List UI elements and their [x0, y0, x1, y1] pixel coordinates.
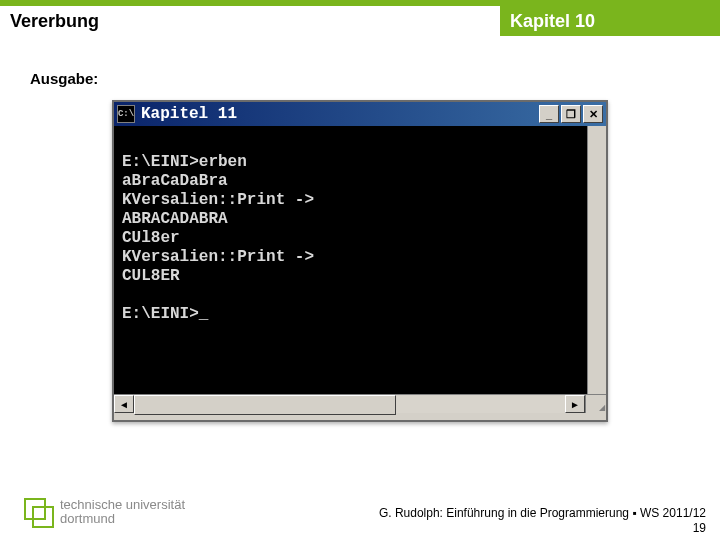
- console-window: C:\ Kapitel 11 _ ❐ ✕ E:\EINI>erben aBraC…: [112, 100, 608, 422]
- tu-logo-mark-icon: [24, 498, 52, 526]
- console-line: CUl8er: [122, 229, 180, 247]
- page-number: 19: [379, 521, 706, 536]
- cmd-icon: C:\: [117, 105, 135, 123]
- header-chapter: Kapitel 10: [500, 6, 720, 36]
- window-title: Kapitel 11: [141, 105, 537, 123]
- slide-footer: technische universität dortmund G. Rudol…: [0, 484, 720, 540]
- console-line: ABRACADABRA: [122, 210, 228, 228]
- console-prompt: E:\EINI>_: [122, 305, 208, 323]
- maximize-button[interactable]: ❐: [561, 105, 581, 123]
- scroll-right-button[interactable]: ►: [565, 395, 585, 413]
- output-label: Ausgabe:: [30, 70, 98, 87]
- console-line: KVersalien::Print ->: [122, 191, 314, 209]
- vertical-scrollbar[interactable]: [587, 126, 606, 394]
- tu-logo-text: technische universität dortmund: [60, 498, 185, 526]
- console-line: CUL8ER: [122, 267, 180, 285]
- window-titlebar: C:\ Kapitel 11 _ ❐ ✕: [114, 102, 606, 126]
- scroll-thumb[interactable]: [134, 395, 396, 415]
- resize-grip-icon[interactable]: ◢: [585, 395, 606, 413]
- uni-name-line1: technische universität: [60, 498, 185, 512]
- console-line: KVersalien::Print ->: [122, 248, 314, 266]
- console-line: aBraCaDaBra: [122, 172, 228, 190]
- close-button[interactable]: ✕: [583, 105, 603, 123]
- tu-dortmund-logo: technische universität dortmund: [24, 498, 185, 526]
- lecture-credit: G. Rudolph: Einführung in die Programmie…: [379, 506, 706, 521]
- scroll-track[interactable]: [134, 395, 565, 413]
- minimize-button[interactable]: _: [539, 105, 559, 123]
- uni-name-line2: dortmund: [60, 512, 185, 526]
- header-topic: Vererbung: [0, 6, 500, 36]
- scroll-left-button[interactable]: ◄: [114, 395, 134, 413]
- slide-header: Vererbung Kapitel 10: [0, 6, 720, 36]
- console-output: E:\EINI>erben aBraCaDaBra KVersalien::Pr…: [114, 126, 606, 394]
- footer-credit: G. Rudolph: Einführung in die Programmie…: [379, 506, 706, 536]
- console-line: E:\EINI>erben: [122, 153, 247, 171]
- horizontal-scrollbar[interactable]: ◄ ► ◢: [114, 394, 606, 413]
